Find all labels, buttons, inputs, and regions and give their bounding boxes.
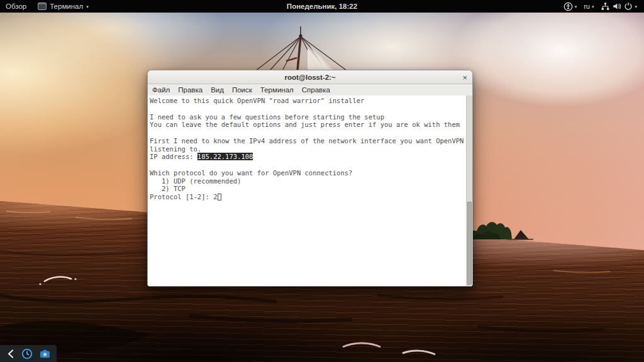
terminal-line [150,129,465,137]
terminal-line: Protocol [1-2]: 2 [150,193,465,201]
terminal-line: Welcome to this quick OpenVPN "road warr… [150,97,465,105]
window-title: root@losst-2:~ [284,74,335,81]
terminal-line: Which protocol do you want for OpenVPN c… [150,169,465,177]
terminal-text: First I need to know the IPv4 address of… [150,137,464,145]
terminal-cursor [218,194,221,200]
top-bar-right: ▾ ru ▾ ▾ [561,0,644,13]
terminal-line: IP address: 185.22.173.108 [150,153,465,161]
top-bar: Обзор Терминал ▾ Понедельник, 18:22 ▾ ru… [0,0,644,13]
menu-item[interactable]: Файл [152,86,170,94]
scrollbar-thumb[interactable] [467,202,472,285]
menu-item[interactable]: Терминал [260,86,294,94]
terminal-text: You can leave the default options and ju… [150,121,460,128]
terminal-app-icon [38,3,47,10]
bottom-left-toolbar [0,345,57,362]
system-status-area[interactable]: ▾ [598,0,640,13]
terminal-line: You can leave the default options and ju… [150,121,465,129]
keyboard-layout-label: ru [584,3,590,10]
terminal-text: Welcome to this quick OpenVPN "road warr… [150,97,364,104]
clock-label[interactable]: Понедельник, 18:22 [287,3,357,10]
terminal-text: listening to. [150,145,201,153]
terminal-line [150,161,465,169]
chevron-down-icon: ▾ [592,4,594,9]
terminal-line [150,105,465,113]
focused-app-name: Терминал [50,3,83,10]
volume-icon [612,2,622,11]
menu-item[interactable]: Поиск [232,86,252,94]
accessibility-icon [564,2,573,11]
top-bar-left: Обзор Терминал ▾ [0,0,94,13]
scrollbar[interactable] [466,96,472,286]
terminal-text: IP address: [150,153,197,160]
terminal-text: 1) UDP (recommended) [150,177,241,185]
terminal-line: I need to ask you a few questions before… [150,113,465,121]
clock-app-icon[interactable] [21,348,33,359]
accessibility-menu[interactable]: ▾ [561,0,580,13]
close-button[interactable]: × [462,73,467,81]
window-titlebar[interactable]: root@losst-2:~ × [148,70,472,84]
terminal-line: listening to. [150,145,465,153]
power-icon [624,2,633,11]
chevron-down-icon: ▾ [86,4,89,9]
terminal-output: Welcome to this quick OpenVPN "road warr… [150,97,465,201]
camera-icon[interactable] [40,349,50,358]
terminal-line: 1) UDP (recommended) [150,177,465,185]
keyboard-layout-menu[interactable]: ru ▾ [581,0,596,13]
chevron-down-icon: ▾ [575,4,577,9]
network-wired-icon [601,2,610,11]
focused-app-menu[interactable]: Терминал ▾ [32,0,94,13]
menu-item[interactable]: Вид [211,86,224,94]
terminal-content[interactable]: Welcome to this quick OpenVPN "road warr… [148,96,472,286]
terminal-menubar: ФайлПравкаВидПоискТерминалСправка [148,84,472,96]
terminal-text: 2) TCP [150,185,186,192]
terminal-line: First I need to know the IPv4 address of… [150,137,465,145]
terminal-line: 2) TCP [150,185,465,193]
chevron-down-icon: ▾ [635,4,637,9]
chevron-left-icon[interactable] [6,349,15,359]
menu-item[interactable]: Справка [302,86,330,94]
terminal-text: Protocol [1-2]: 2 [150,193,217,200]
activities-button[interactable]: Обзор [0,0,32,13]
terminal-text: I need to ask you a few questions before… [150,113,384,121]
terminal-window: root@losst-2:~ × ФайлПравкаВидПоискТерми… [147,70,473,287]
terminal-text: Which protocol do you want for OpenVPN c… [150,169,352,177]
selected-text: 185.22.173.108 [197,153,253,160]
top-bar-center: Понедельник, 18:22 [287,0,357,13]
menu-item[interactable]: Правка [178,86,203,94]
